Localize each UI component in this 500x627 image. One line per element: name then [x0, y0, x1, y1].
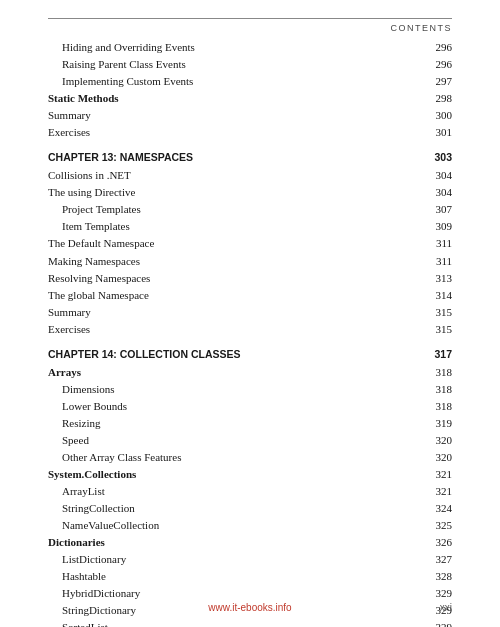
- entry-page: 320: [422, 432, 452, 449]
- entry-title: The global Namespace: [48, 287, 422, 304]
- entry-title: ListDictionary: [62, 551, 422, 568]
- entry-title: Implementing Custom Events: [62, 73, 422, 90]
- toc-content: Hiding and Overriding Events296Raising P…: [48, 39, 452, 627]
- toc-entry: Project Templates307: [48, 201, 452, 218]
- entry-title: Project Templates: [62, 201, 422, 218]
- entry-page: 329: [422, 619, 452, 627]
- entry-page: 298: [422, 90, 452, 107]
- entry-title: Resizing: [62, 415, 422, 432]
- toc-entry: The Default Namespace311: [48, 235, 452, 252]
- entry-page: 327: [422, 551, 452, 568]
- toc-entry: Summary300: [48, 107, 452, 124]
- chapter-page: 317: [422, 348, 452, 360]
- entry-page: 300: [422, 107, 452, 124]
- chapter-page: 303: [422, 151, 452, 163]
- entry-page: 311: [422, 235, 452, 252]
- entry-page: 304: [422, 167, 452, 184]
- entry-page: 301: [422, 124, 452, 141]
- entry-title: Hiding and Overriding Events: [62, 39, 422, 56]
- entry-page: 321: [422, 483, 452, 500]
- entry-page: 318: [422, 398, 452, 415]
- entry-title: Dictionaries: [48, 534, 422, 551]
- entry-page: 319: [422, 415, 452, 432]
- chapter-title: CHAPTER 14: COLLECTION CLASSES: [48, 348, 422, 360]
- entry-page: 296: [422, 39, 452, 56]
- entry-title: Lower Bounds: [62, 398, 422, 415]
- toc-entry: Collisions in .NET304: [48, 167, 452, 184]
- toc-entry: Resolving Namespaces313: [48, 270, 452, 287]
- page-number: xxi: [440, 602, 452, 613]
- toc-entry: Exercises315: [48, 321, 452, 338]
- entry-title: Item Templates: [62, 218, 422, 235]
- entry-page: 325: [422, 517, 452, 534]
- entry-page: 314: [422, 287, 452, 304]
- toc-entry: Other Array Class Features320: [48, 449, 452, 466]
- entry-page: 328: [422, 568, 452, 585]
- entry-page: 304: [422, 184, 452, 201]
- toc-entry: Exercises301: [48, 124, 452, 141]
- entry-title: Making Namespaces: [48, 253, 422, 270]
- entry-title: System.Collections: [48, 466, 422, 483]
- toc-entry: Resizing319: [48, 415, 452, 432]
- entry-title: Other Array Class Features: [62, 449, 422, 466]
- chapter-heading: CHAPTER 14: COLLECTION CLASSES317: [48, 348, 452, 360]
- toc-entry: The using Directive304: [48, 184, 452, 201]
- entry-title: HybridDictionary: [62, 585, 422, 602]
- entry-title: Summary: [48, 304, 422, 321]
- entry-title: Exercises: [48, 321, 422, 338]
- toc-entry: ArrayList321: [48, 483, 452, 500]
- chapter-heading: CHAPTER 13: NAMESPACES303: [48, 151, 452, 163]
- toc-entry: Hashtable328: [48, 568, 452, 585]
- entry-title: Static Methods: [48, 90, 422, 107]
- entry-page: 329: [422, 585, 452, 602]
- footer-link[interactable]: www.it-ebooks.info: [0, 602, 500, 613]
- entry-page: 315: [422, 321, 452, 338]
- entry-title: The using Directive: [48, 184, 422, 201]
- entry-page: 321: [422, 466, 452, 483]
- entry-page: 318: [422, 381, 452, 398]
- toc-entry: ListDictionary327: [48, 551, 452, 568]
- toc-entry: Static Methods298: [48, 90, 452, 107]
- toc-entry: StringCollection324: [48, 500, 452, 517]
- entry-title: ArrayList: [62, 483, 422, 500]
- entry-title: Arrays: [48, 364, 422, 381]
- entry-page: 324: [422, 500, 452, 517]
- entry-title: Speed: [62, 432, 422, 449]
- entry-page: 311: [422, 253, 452, 270]
- chapter-title: CHAPTER 13: NAMESPACES: [48, 151, 422, 163]
- toc-entry: NameValueCollection325: [48, 517, 452, 534]
- toc-entry: Item Templates309: [48, 218, 452, 235]
- entry-page: 296: [422, 56, 452, 73]
- page-header: CONTENTS: [48, 18, 452, 33]
- entry-title: Raising Parent Class Events: [62, 56, 422, 73]
- entry-page: 318: [422, 364, 452, 381]
- entry-title: StringCollection: [62, 500, 422, 517]
- entry-title: Summary: [48, 107, 422, 124]
- entry-title: Hashtable: [62, 568, 422, 585]
- toc-entry: Making Namespaces311: [48, 253, 452, 270]
- entry-title: Dimensions: [62, 381, 422, 398]
- toc-entry: Dimensions318: [48, 381, 452, 398]
- entry-title: Exercises: [48, 124, 422, 141]
- toc-entry: Raising Parent Class Events296: [48, 56, 452, 73]
- toc-entry: Arrays318: [48, 364, 452, 381]
- toc-entry: The global Namespace314: [48, 287, 452, 304]
- toc-entry: Dictionaries326: [48, 534, 452, 551]
- page: CONTENTS Hiding and Overriding Events296…: [0, 0, 500, 627]
- toc-entry: SortedList329: [48, 619, 452, 627]
- toc-entry: Hiding and Overriding Events296: [48, 39, 452, 56]
- toc-entry: Summary315: [48, 304, 452, 321]
- entry-title: NameValueCollection: [62, 517, 422, 534]
- toc-entry: Implementing Custom Events297: [48, 73, 452, 90]
- entry-title: The Default Namespace: [48, 235, 422, 252]
- entry-page: 309: [422, 218, 452, 235]
- toc-entry: System.Collections321: [48, 466, 452, 483]
- toc-entry: HybridDictionary329: [48, 585, 452, 602]
- toc-entry: Lower Bounds318: [48, 398, 452, 415]
- entry-page: 307: [422, 201, 452, 218]
- header-text: CONTENTS: [391, 23, 453, 33]
- toc-entry: Speed320: [48, 432, 452, 449]
- entry-page: 326: [422, 534, 452, 551]
- entry-page: 297: [422, 73, 452, 90]
- entry-title: Collisions in .NET: [48, 167, 422, 184]
